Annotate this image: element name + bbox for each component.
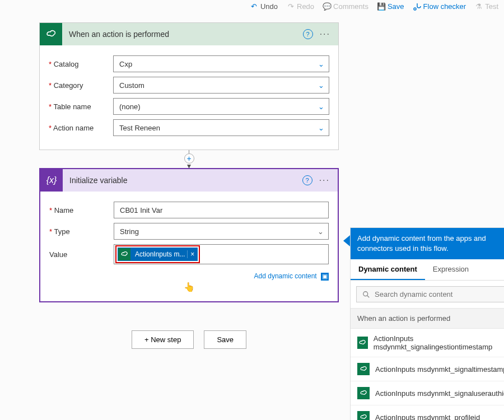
dataverse-icon	[118, 248, 130, 260]
suggestion-text: ActionInputs msdynmkt_profileid	[375, 413, 480, 420]
test-label: Test	[485, 2, 498, 11]
more-menu-icon[interactable]: ···	[320, 29, 330, 39]
value-label: Value	[49, 250, 114, 259]
save-flow-button[interactable]: Save	[204, 330, 246, 349]
plus-icon: ▣	[321, 273, 329, 281]
flow-canvas: When an action is performed ? ··· Catalo…	[39, 22, 339, 349]
test-button[interactable]: ⚗ Test	[475, 2, 498, 11]
name-input[interactable]	[114, 202, 329, 218]
redo-label: Redo	[297, 2, 314, 11]
type-label: Type	[49, 227, 114, 236]
chevron-down-icon: ⌄	[318, 81, 324, 90]
help-icon[interactable]: ?	[303, 29, 313, 39]
dataverse-icon	[357, 337, 368, 349]
suggestion-text: ActionInputs msdynmkt_signaluserauthid	[375, 389, 504, 398]
suggestion-item[interactable]: ActionInputs msdynmkt_signalingestiontim…	[351, 329, 504, 357]
comments-button[interactable]: 💬 Comments	[323, 2, 368, 11]
tab-dynamic-content[interactable]: Dynamic content	[351, 259, 425, 280]
token-remove-button[interactable]: ×	[187, 250, 197, 258]
chevron-down-icon: ⌄	[318, 102, 324, 111]
action-name-label: Action name	[49, 124, 113, 132]
dynamic-token[interactable]: ActionInputs m... ×	[118, 248, 198, 261]
trigger-title: When an action is performed	[62, 30, 303, 39]
action-header[interactable]: {x} Initialize variable ? ···	[40, 169, 338, 192]
trigger-card[interactable]: When an action is performed ? ··· Catalo…	[39, 22, 339, 150]
token-text: ActionInputs m...	[133, 250, 187, 258]
panel-tabs: Dynamic content Expression	[351, 259, 504, 281]
connector: + ▾	[39, 150, 339, 168]
suggestion-item[interactable]: ActionInputs msdynmkt_signaluserauthid	[351, 381, 504, 405]
save-label: Save	[388, 2, 404, 11]
svg-line-2	[367, 296, 370, 298]
add-dynamic-content-link[interactable]: Add dynamic content ▣	[49, 269, 329, 281]
action-card[interactable]: {x} Initialize variable ? ··· Name Type …	[39, 168, 339, 302]
comments-label: Comments	[333, 2, 368, 11]
redo-button: ↷ Redo	[287, 2, 314, 11]
flow-checker-label: Flow checker	[423, 2, 466, 11]
chevron-down-icon: ⌄	[318, 227, 324, 236]
callout-pointer	[343, 235, 350, 246]
variable-icon: {x}	[40, 169, 63, 192]
flow-checker-icon	[413, 3, 421, 11]
suggestion-section-header: When an action is performed	[351, 308, 504, 329]
save-icon: 💾	[377, 3, 385, 11]
suggestion-list: ActionInputs msdynmkt_signalingestiontim…	[351, 329, 504, 420]
table-name-select[interactable]: (none)⌄	[113, 98, 329, 115]
arrow-down-icon: ▾	[187, 164, 191, 168]
dynamic-content-panel: Add dynamic content from the apps and co…	[350, 227, 504, 420]
table-name-label: Table name	[49, 102, 113, 111]
redo-icon: ↷	[287, 3, 295, 11]
dataverse-icon	[357, 363, 370, 375]
suggestion-text: ActionInputs msdynmkt_signalingestiontim…	[374, 334, 504, 351]
highlight-box: ActionInputs m... ×	[115, 245, 200, 263]
footer-buttons: + New step Save	[39, 330, 339, 349]
search-icon	[362, 291, 370, 298]
category-label: Category	[49, 81, 113, 90]
undo-icon: ↶	[250, 3, 258, 11]
help-icon[interactable]: ?	[302, 175, 312, 185]
command-bar: ↶ Undo ↷ Redo 💬 Comments 💾 Save Flow che…	[250, 2, 498, 11]
suggestion-item[interactable]: ActionInputs msdynmkt_signaltimestamp	[351, 357, 504, 381]
type-select[interactable]: String⌄	[114, 223, 329, 240]
action-name-select[interactable]: Test Reneen⌄	[113, 119, 329, 136]
dataverse-icon	[357, 387, 370, 399]
new-step-button[interactable]: + New step	[132, 330, 194, 349]
undo-button[interactable]: ↶ Undo	[250, 2, 278, 11]
chevron-down-icon: ⌄	[318, 124, 324, 132]
trigger-body: Catalog Cxp⌄ Category Custom⌄ Table name…	[40, 45, 338, 150]
dataverse-icon	[357, 411, 370, 420]
name-label: Name	[49, 206, 114, 214]
suggestion-item[interactable]: ActionInputs msdynmkt_profileid	[351, 405, 504, 420]
save-button[interactable]: 💾 Save	[377, 2, 404, 11]
value-input[interactable]: ActionInputs m... ×	[114, 244, 329, 264]
action-body: Name Type String⌄ Value	[40, 192, 338, 301]
search-box[interactable]	[356, 286, 504, 302]
panel-hint: Add dynamic content from the apps and co…	[351, 228, 504, 259]
category-select[interactable]: Custom⌄	[113, 77, 329, 94]
svg-point-0	[414, 8, 416, 10]
flask-icon: ⚗	[475, 3, 483, 11]
catalog-select[interactable]: Cxp⌄	[113, 55, 329, 72]
search-input[interactable]	[375, 290, 504, 298]
trigger-header[interactable]: When an action is performed ? ···	[40, 23, 338, 45]
flow-checker-button[interactable]: Flow checker	[413, 2, 466, 11]
more-menu-icon[interactable]: ···	[319, 175, 330, 185]
tab-expression[interactable]: Expression	[425, 259, 477, 280]
chevron-down-icon: ⌄	[318, 60, 324, 68]
comment-icon: 💬	[323, 3, 331, 11]
drag-handle-icon[interactable]: 👆	[49, 282, 329, 292]
svg-point-1	[363, 292, 368, 296]
undo-label: Undo	[260, 2, 278, 11]
dataverse-icon	[40, 23, 62, 45]
catalog-label: Catalog	[49, 60, 113, 68]
suggestion-text: ActionInputs msdynmkt_signaltimestamp	[375, 365, 504, 374]
action-title: Initialize variable	[63, 176, 302, 185]
